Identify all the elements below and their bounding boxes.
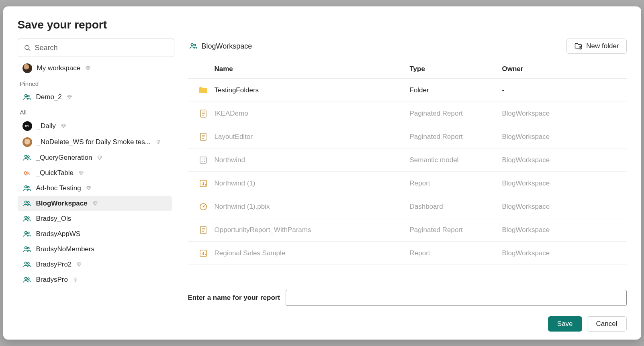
- quicktable-icon: Qk: [22, 169, 31, 177]
- workspace-list[interactable]: My workspace Pinned Demo_2 All BX_Daily_…: [18, 60, 174, 332]
- workspace-sidebar: My workspace Pinned Demo_2 All BX_Daily_…: [18, 39, 174, 332]
- save-report-dialog: Save your report My workspace Pinned Dem…: [3, 6, 641, 340]
- diamond-icon: [92, 201, 98, 206]
- table-row: OpportunityReport_WithParamsPaginated Re…: [188, 218, 627, 242]
- sidebar-item[interactable]: _QueryGeneration: [18, 150, 172, 165]
- table-row: IKEADemoPaginated ReportBlogWorkspace: [188, 102, 627, 125]
- sidebar-item-label: Bradsy_Ols: [36, 215, 72, 223]
- sidebar-item-label: _Daily: [37, 122, 56, 130]
- table-row: Regional Sales SampleReportBlogWorkspace: [188, 242, 627, 265]
- diamond-icon: [78, 170, 84, 176]
- search-icon: [24, 44, 31, 51]
- avatar-icon: BX: [22, 121, 32, 131]
- workspace-group-icon: [189, 42, 198, 51]
- content-table: Name Type Owner TestingFoldersFolder-IKE…: [188, 59, 627, 283]
- workspace-group-icon: [22, 153, 31, 162]
- cell-name: Northwind: [215, 156, 410, 164]
- folder-icon: [192, 85, 215, 95]
- paginated-icon: [192, 225, 215, 235]
- cell-owner: BlogWorkspace: [502, 133, 623, 141]
- workspace-group-icon: [22, 260, 31, 269]
- search-field[interactable]: [18, 39, 174, 57]
- col-owner: Owner: [502, 65, 623, 73]
- search-input[interactable]: [35, 44, 168, 52]
- sidebar-item-label: BradysPro: [36, 276, 68, 284]
- workspace-group-icon: [22, 199, 31, 208]
- cell-owner: BlogWorkspace: [502, 156, 623, 164]
- sidebar-item[interactable]: Bradsy_Ols: [18, 211, 172, 226]
- cell-type: Paginated Report: [410, 226, 502, 234]
- cell-name: Northwind (1).pbix: [215, 203, 410, 211]
- workspace-group-icon: [22, 275, 31, 284]
- sidebar-item[interactable]: BradsyPro2: [18, 257, 172, 272]
- cell-type: Semantic model: [410, 156, 502, 164]
- report-name-label: Enter a name for your report: [188, 294, 280, 302]
- sidebar-item[interactable]: Ad-hoc Testing: [18, 181, 172, 196]
- sidebar-item-label: BradsyNoMembers: [36, 245, 95, 253]
- sidebar-item-label: BradsyPro2: [36, 261, 72, 269]
- cell-owner: BlogWorkspace: [502, 110, 623, 118]
- breadcrumb: BlogWorkspace: [189, 42, 252, 51]
- cell-owner: BlogWorkspace: [502, 203, 623, 211]
- cell-type: Folder: [410, 86, 502, 94]
- workspace-group-icon: [22, 214, 31, 223]
- sidebar-item-my-workspace[interactable]: My workspace: [18, 60, 172, 76]
- cell-type: Paginated Report: [410, 133, 502, 141]
- cell-name: TestingFolders: [215, 86, 410, 94]
- main-panel: BlogWorkspace New folder Name Type Owner…: [188, 39, 627, 332]
- cell-owner: -: [502, 86, 623, 94]
- cancel-button[interactable]: Cancel: [587, 316, 627, 332]
- report-name-input[interactable]: [286, 290, 626, 306]
- table-row: Northwind (1)ReportBlogWorkspace: [188, 172, 627, 195]
- sidebar-item-label: Ad-hoc Testing: [36, 184, 81, 192]
- sidebar-item-label: _QueryGeneration: [36, 154, 92, 162]
- cell-type: Report: [410, 179, 502, 187]
- diamond-icon: [86, 185, 92, 191]
- sidebar-section-all: All: [18, 105, 172, 118]
- table-row: NorthwindSemantic modelBlogWorkspace: [188, 149, 627, 172]
- col-type: Type: [410, 65, 502, 73]
- sidebar-item[interactable]: BX_Daily: [18, 118, 172, 134]
- workspace-group-icon: [22, 93, 31, 102]
- cell-owner: BlogWorkspace: [502, 179, 623, 187]
- sidebar-item[interactable]: BradsyAppWS: [18, 226, 172, 242]
- paginated-icon: [192, 109, 215, 118]
- diamond-icon: [97, 155, 102, 161]
- paginated-icon: [192, 132, 215, 142]
- sidebar-item-label: _NoDelete_WS for Daily Smoke tes...: [37, 138, 151, 146]
- sidebar-item[interactable]: Qk_QuickTable: [18, 165, 172, 181]
- sidebar-item-label: Demo_2: [36, 93, 62, 101]
- workspace-group-icon: [22, 245, 31, 254]
- sidebar-item[interactable]: Demo_2: [18, 90, 172, 105]
- avatar-icon: [22, 63, 32, 73]
- save-button[interactable]: Save: [548, 316, 582, 332]
- report-icon: [192, 179, 215, 188]
- cell-name: LayoutEditor: [215, 133, 410, 141]
- sidebar-item[interactable]: BradsyNoMembers: [18, 242, 172, 257]
- avatar-icon: [22, 137, 32, 147]
- cell-owner: BlogWorkspace: [502, 249, 623, 257]
- sidebar-item[interactable]: BlogWorkspace: [18, 196, 172, 211]
- workspace-group-icon: [22, 184, 31, 193]
- sidebar-item[interactable]: BradysPro: [18, 272, 172, 287]
- cell-type: Report: [410, 249, 502, 257]
- diamond-icon: [76, 262, 82, 267]
- cell-name: Regional Sales Sample: [215, 249, 410, 257]
- col-name: Name: [215, 65, 410, 73]
- table-row[interactable]: TestingFoldersFolder-: [188, 79, 627, 102]
- sidebar-item-label: _QuickTable: [36, 169, 74, 177]
- table-header: Name Type Owner: [188, 59, 627, 79]
- table-row: LayoutEditorPaginated ReportBlogWorkspac…: [188, 125, 627, 149]
- model-icon: [192, 155, 215, 165]
- new-folder-label: New folder: [586, 42, 619, 50]
- sidebar-item[interactable]: _NoDelete_WS for Daily Smoke tes...: [18, 134, 172, 150]
- sidebar-item-label: BlogWorkspace: [36, 199, 88, 208]
- premium-capacity-icon: [155, 139, 161, 145]
- new-folder-button[interactable]: New folder: [566, 39, 626, 54]
- cell-name: Northwind (1): [215, 179, 410, 187]
- dashboard-icon: [192, 202, 215, 212]
- sidebar-item-label: BradsyAppWS: [36, 230, 81, 238]
- cell-name: IKEADemo: [215, 110, 410, 118]
- sidebar-item-label: My workspace: [37, 64, 81, 72]
- cell-owner: BlogWorkspace: [502, 226, 623, 234]
